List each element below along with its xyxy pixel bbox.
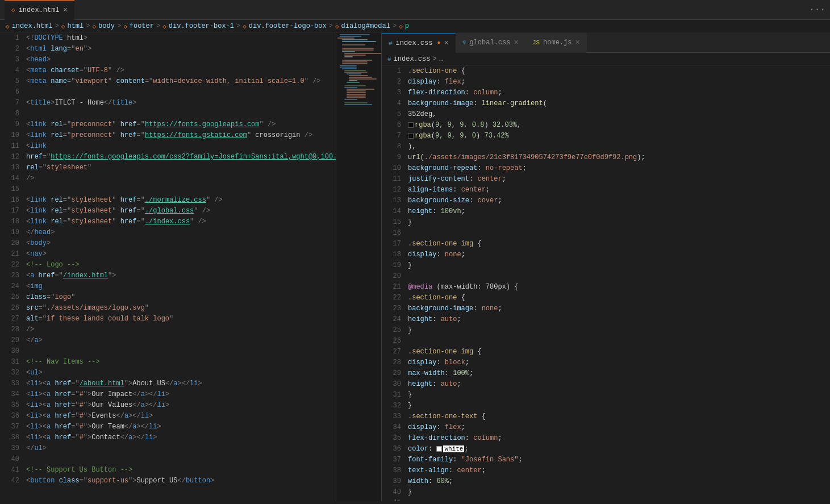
breadcrumb-footer[interactable]: footer	[130, 22, 154, 30]
ln-22: 22	[0, 260, 19, 270]
code-line-26: src="./assets/images/logo.svg"	[26, 303, 336, 314]
code-line-3: <head>	[26, 55, 336, 65]
ln-10: 10	[0, 130, 19, 141]
code-line-19: </head>	[26, 227, 336, 238]
css-ln-33: 33	[382, 411, 401, 422]
tab-close-global-css[interactable]: ×	[514, 38, 518, 47]
css-code-line-23: background-image: none;	[408, 303, 830, 314]
breadcrumb-css-filename[interactable]: index.css	[394, 55, 431, 63]
code-line-32: <ul>	[26, 368, 336, 378]
css-file-icon-global: #	[462, 39, 466, 46]
ln-21: 21	[0, 249, 19, 260]
breadcrumb-sep-7: >	[393, 22, 397, 30]
css-code-line-13: background-size: cover;	[408, 195, 830, 206]
code-line-38: <li><a href="#">Contact</a></li>	[26, 432, 336, 443]
css-code-line-15: }	[408, 217, 830, 228]
ln-16: 16	[0, 195, 19, 206]
css-ln-41: 41	[382, 498, 401, 501]
css-ln-20: 20	[382, 271, 401, 282]
css-file-icon-index: #	[389, 40, 393, 47]
tab-close-home-js[interactable]: ×	[575, 38, 580, 47]
css-ln-5: 5	[382, 109, 401, 120]
html-code-area: 1 2 3 4 5 6 7 8 9 10 11 12 13 14 15 16 1…	[0, 33, 336, 501]
html-file-icon: ◇	[11, 6, 15, 14]
code-line-17: <link rel="stylesheet" href="./global.cs…	[26, 206, 336, 216]
ln-36: 36	[0, 411, 19, 422]
code-line-18: <link rel="stylesheet" href="./index.css…	[26, 216, 336, 227]
ln-3: 3	[0, 55, 19, 65]
css-code-line-1: .section-one {	[408, 66, 830, 77]
breadcrumb-html-icon8: ◇	[399, 23, 403, 30]
js-file-icon-home: JS	[532, 39, 540, 46]
css-code-line-39: width: 60%;	[408, 476, 830, 487]
css-ln-34: 34	[382, 422, 401, 433]
breadcrumb-html-icon2: ◇	[61, 23, 65, 30]
breadcrumb-css-icon: #	[387, 56, 391, 63]
tab-index-html[interactable]: ◇ index.html ×	[5, 0, 74, 20]
tab-close-index-html[interactable]: ×	[63, 6, 68, 15]
breadcrumb-dialog[interactable]: dialog#modal	[341, 22, 390, 30]
css-ln-37: 37	[382, 455, 401, 465]
css-ln-27: 27	[382, 347, 401, 357]
css-ln-21: 21	[382, 282, 401, 293]
css-ln-25: 25	[382, 325, 401, 336]
html-code-content[interactable]: <!DOCTYPE html> <html lang="en"> <head> …	[24, 33, 336, 501]
code-line-33: <li><a href="/about.html">About US</a></…	[26, 378, 336, 389]
ln-39: 39	[0, 443, 19, 454]
ln-27: 27	[0, 314, 19, 324]
tab-label-global-css: global.css	[469, 39, 510, 47]
tab-global-css[interactable]: # global.css ×	[456, 33, 525, 53]
breadcrumb-html-icon4: ◇	[123, 23, 127, 30]
ln-35: 35	[0, 400, 19, 411]
css-code-line-16	[408, 228, 830, 239]
code-line-5: <meta name="viewport" content="width=dev…	[26, 76, 336, 87]
tab-index-css[interactable]: # index.css ● ×	[382, 33, 456, 53]
breadcrumb-html[interactable]: html	[67, 22, 84, 30]
breadcrumb-div-footer-box[interactable]: div.footer-box-1	[169, 22, 234, 30]
code-line-39: </ul>	[26, 443, 336, 454]
css-code-line-11: justify-content: center;	[408, 174, 830, 185]
css-ln-29: 29	[382, 368, 401, 379]
css-code-line-17: .section-one img {	[408, 239, 830, 249]
code-line-8	[26, 109, 336, 119]
css-code-line-30: height: auto;	[408, 379, 830, 390]
css-line-numbers: 1 2 3 4 5 6 7 8 9 10 11 12 13 14 15 16 1…	[382, 66, 406, 501]
css-code-line-14: height: 100vh;	[408, 206, 830, 217]
code-line-30	[26, 346, 336, 357]
tab-label-home-js: home.js	[543, 39, 572, 47]
css-code-line-25: }	[408, 325, 830, 336]
code-line-9: <link rel="preconnect" href="https://fon…	[26, 119, 336, 130]
css-code-content[interactable]: .section-one { display: flex; flex-direc…	[406, 66, 830, 501]
css-ln-1: 1	[382, 66, 401, 77]
ln-28: 28	[0, 324, 19, 335]
code-line-37: <li><a href="#">Our Team</a></li>	[26, 422, 336, 432]
tab-close-index-css[interactable]: ×	[444, 39, 448, 48]
tab-home-js[interactable]: JS home.js ×	[525, 33, 587, 53]
ln-37: 37	[0, 422, 19, 432]
code-line-22: <!-- Logo -->	[26, 260, 336, 270]
css-ln-16: 16	[382, 228, 401, 239]
css-ln-32: 32	[382, 401, 401, 411]
code-line-15	[26, 184, 336, 195]
css-ln-38: 38	[382, 465, 401, 476]
title-bar-more-button[interactable]: ···	[809, 5, 825, 15]
code-line-24: <img	[26, 281, 336, 292]
code-line-12: href="https://fonts.googleapis.com/css2?…	[26, 152, 336, 163]
breadcrumb-div-footer-logo[interactable]: div.footer-logo-box	[249, 22, 327, 30]
breadcrumb-html-icon6: ◇	[243, 23, 247, 30]
breadcrumb-sep-1: >	[55, 22, 59, 30]
breadcrumb-index-html[interactable]: index.html	[12, 22, 53, 30]
ln-29: 29	[0, 335, 19, 346]
code-line-25: class="logo"	[26, 292, 336, 303]
css-code-line-19: }	[408, 260, 830, 271]
ln-12: 12	[0, 152, 19, 163]
ln-4: 4	[0, 65, 19, 76]
breadcrumb-p[interactable]: p	[405, 22, 409, 30]
code-line-6	[26, 87, 336, 98]
css-code-line-33: .section-one-text {	[408, 411, 830, 422]
breadcrumb-body[interactable]: body	[98, 22, 115, 30]
ln-15: 15	[0, 184, 19, 195]
breadcrumb-sep-2: >	[86, 22, 90, 30]
ln-13: 13	[0, 163, 19, 173]
code-line-31: <!-- Nav Items -->	[26, 357, 336, 368]
